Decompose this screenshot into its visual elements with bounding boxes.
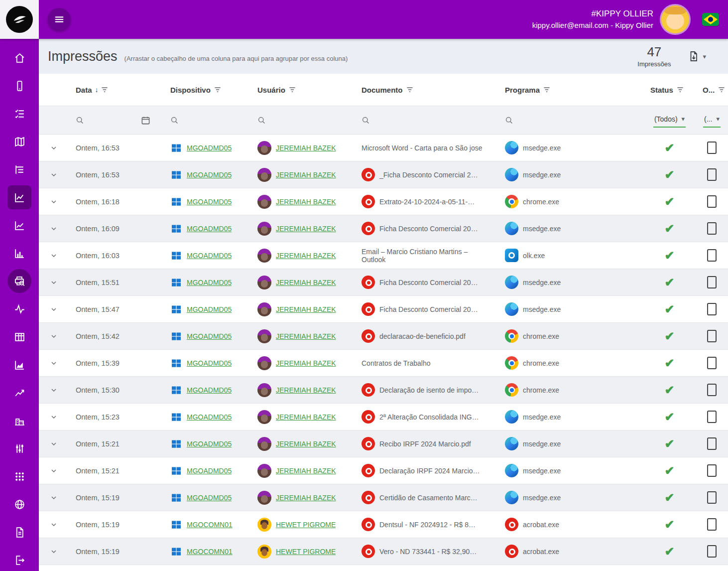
row-expander-icon[interactable] xyxy=(49,466,59,476)
device-link[interactable]: MGOCOMN01 xyxy=(187,548,233,556)
user-link[interactable]: HEWET PIGROME xyxy=(276,548,336,556)
user-avatar xyxy=(257,410,271,424)
user-link[interactable]: JEREMIAH BAZEK xyxy=(276,494,336,502)
column-header-programa[interactable]: Programa xyxy=(498,86,643,94)
device-link[interactable]: MGOADMD05 xyxy=(187,332,232,340)
column-header-status[interactable]: Status xyxy=(643,86,696,94)
user-link[interactable]: JEREMIAH BAZEK xyxy=(276,144,336,152)
filter-icon[interactable] xyxy=(543,86,551,94)
menu-button[interactable] xyxy=(48,8,71,31)
device-link[interactable]: MGOADMD05 xyxy=(187,225,232,233)
filter-icon[interactable] xyxy=(406,86,414,94)
sidebar-item-city[interactable] xyxy=(7,409,31,432)
sidebar-item-structure[interactable] xyxy=(7,157,31,181)
row-expander-icon[interactable] xyxy=(49,493,59,503)
user-link[interactable]: JEREMIAH BAZEK xyxy=(276,252,336,260)
sidebar-item-settings-sliders[interactable] xyxy=(7,436,31,460)
column-header-usuario[interactable]: Usuário xyxy=(250,86,355,94)
row-expander-icon[interactable] xyxy=(49,520,59,530)
user-link[interactable]: JEREMIAH BAZEK xyxy=(276,332,336,340)
search-icon[interactable] xyxy=(505,116,513,125)
sidebar-item-documents[interactable] xyxy=(7,520,31,544)
device-link[interactable]: MGOADMD05 xyxy=(187,440,232,448)
row-expander-icon[interactable] xyxy=(49,224,59,234)
user-link[interactable]: JEREMIAH BAZEK xyxy=(276,440,336,448)
row-expander-icon[interactable] xyxy=(49,251,59,261)
sidebar-item-home[interactable] xyxy=(7,46,31,70)
sidebar-item-columns[interactable] xyxy=(7,325,31,349)
row-expander-icon[interactable] xyxy=(49,385,59,395)
calendar-icon[interactable] xyxy=(141,116,150,125)
export-button[interactable]: ▾ xyxy=(688,50,706,62)
document-type-icon xyxy=(362,302,375,316)
device-link[interactable]: MGOADMD05 xyxy=(187,359,232,367)
sidebar-item-print-search[interactable] xyxy=(7,269,31,293)
row-expander-icon[interactable] xyxy=(49,170,59,180)
filter-icon[interactable] xyxy=(214,86,222,94)
sidebar-item-devices[interactable] xyxy=(7,74,31,98)
column-header-data[interactable]: Data ↓ xyxy=(69,86,163,94)
sidebar-item-tasks[interactable] xyxy=(7,102,31,126)
column-header-orientation[interactable]: O... xyxy=(696,86,728,94)
table-row: Ontem, 16:18 MGOADMD05 JEREMIAH BAZEK Ex… xyxy=(39,188,728,215)
user-link[interactable]: JEREMIAH BAZEK xyxy=(276,413,336,421)
filter-icon[interactable] xyxy=(288,86,296,94)
document-type-icon xyxy=(362,383,375,397)
user-link[interactable]: JEREMIAH BAZEK xyxy=(276,171,336,179)
user-link[interactable]: JEREMIAH BAZEK xyxy=(276,305,336,313)
document-name: Certidão de Casamento Marc… xyxy=(379,494,478,502)
device-link[interactable]: MGOADMD05 xyxy=(187,279,232,286)
table-row: Ontem, 15:30 MGOADMD05 JEREMIAH BAZEK De… xyxy=(39,377,728,404)
user-link[interactable]: JEREMIAH BAZEK xyxy=(276,225,336,233)
language-flag-brazil[interactable] xyxy=(702,13,719,26)
filter-icon[interactable] xyxy=(101,86,109,94)
row-expander-icon[interactable] xyxy=(49,412,59,422)
device-link[interactable]: MGOADMD05 xyxy=(187,386,232,394)
row-expander-icon[interactable] xyxy=(49,439,59,449)
device-link[interactable]: MGOADMD05 xyxy=(187,467,232,475)
filter-icon[interactable] xyxy=(718,86,726,94)
sidebar-item-web[interactable] xyxy=(7,492,31,516)
user-link[interactable]: JEREMIAH BAZEK xyxy=(276,359,336,367)
filter-icon[interactable] xyxy=(676,86,684,94)
device-link[interactable]: MGOCOMN01 xyxy=(187,521,233,529)
search-icon[interactable] xyxy=(170,116,179,125)
device-link[interactable]: MGOADMD05 xyxy=(187,494,232,502)
device-link[interactable]: MGOADMD05 xyxy=(187,305,232,313)
user-link[interactable]: JEREMIAH BAZEK xyxy=(276,198,336,206)
device-link[interactable]: MGOADMD05 xyxy=(187,144,232,152)
sidebar-item-activity[interactable] xyxy=(7,297,31,321)
sidebar-item-trend[interactable] xyxy=(7,381,31,405)
row-expander-icon[interactable] xyxy=(49,143,59,153)
device-link[interactable]: MGOADMD05 xyxy=(187,198,232,206)
device-link[interactable]: MGOADMD05 xyxy=(187,413,232,421)
device-link[interactable]: MGOADMD05 xyxy=(187,252,232,260)
device-link[interactable]: MGOADMD05 xyxy=(187,171,232,179)
search-icon[interactable] xyxy=(76,116,84,125)
user-link[interactable]: JEREMIAH BAZEK xyxy=(276,279,336,286)
column-header-dispositivo[interactable]: Dispositivo xyxy=(163,86,250,94)
sidebar-item-logout[interactable] xyxy=(7,548,31,571)
row-expander-icon[interactable] xyxy=(49,197,59,207)
status-filter-select[interactable]: (Todos) ▾ xyxy=(653,113,686,128)
user-link[interactable]: JEREMIAH BAZEK xyxy=(276,386,336,394)
row-expander-icon[interactable] xyxy=(49,331,59,341)
sidebar-item-bar-reports[interactable] xyxy=(7,241,31,265)
user-link[interactable]: JEREMIAH BAZEK xyxy=(276,467,336,475)
search-icon[interactable] xyxy=(257,116,266,125)
orientation-filter-select[interactable]: (... ▾ xyxy=(703,113,721,128)
row-expander-icon[interactable] xyxy=(49,304,59,314)
column-header-documento[interactable]: Documento xyxy=(355,86,498,94)
row-expander-icon[interactable] xyxy=(49,547,59,557)
row-expander-icon[interactable] xyxy=(49,278,59,287)
program-icon xyxy=(505,141,518,154)
sidebar-item-area-chart[interactable] xyxy=(7,353,31,377)
sidebar-item-apps[interactable] xyxy=(7,464,31,488)
sidebar-item-reports[interactable] xyxy=(7,185,31,209)
search-icon[interactable] xyxy=(362,116,370,125)
user-link[interactable]: HEWET PIGROME xyxy=(276,521,336,529)
avatar[interactable] xyxy=(661,5,689,33)
sidebar-item-map[interactable] xyxy=(7,130,31,153)
sidebar-item-analytics[interactable] xyxy=(7,213,31,237)
row-expander-icon[interactable] xyxy=(49,358,59,368)
